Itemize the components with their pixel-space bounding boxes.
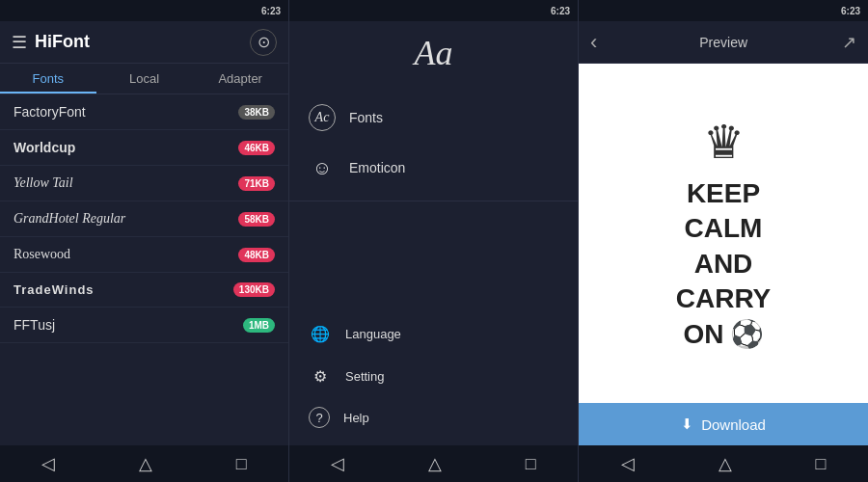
menu-item-fonts[interactable]: Ac Fonts [289,93,578,143]
menu-item-language[interactable]: 🌐 Language [289,312,578,355]
status-bar-2: 6:23 [289,0,578,21]
bottom-menu-section: 🌐 Language ⚙ Setting ? Help [289,305,578,445]
preview-line-2: And [676,247,772,281]
header-1: ☰ HiFont ⊙ [0,21,288,64]
tab-bar-1: Fonts Local Adapter [0,64,288,94]
app-title-1: HiFont [35,32,250,52]
font-item-4[interactable]: Rosewood 48KB [0,237,288,273]
status-time-3: 6:23 [841,6,860,16]
font-name-5: TradeWinds [14,282,233,297]
font-name-1: Worldcup [14,140,238,155]
font-item-2[interactable]: Yellow Tail 71KB [0,166,288,201]
logo-text: Aa [415,33,453,73]
home-button-2[interactable]: △ [428,453,442,474]
panel-sidebar: 6:23 Aa Ac Fonts ☺ Emoticon 🌐 Language ⚙… [289,0,579,482]
preview-title: Preview [605,35,842,50]
font-badge-6: 1MB [243,318,275,333]
menu-item-emoticon[interactable]: ☺ Emoticon [289,143,578,193]
nav-bar-2: ◁ △ □ [289,445,578,482]
font-item-0[interactable]: FactoryFont 38KB [0,94,288,130]
soccer-ball-icon: ⚽ [730,317,764,352]
font-name-4: Rosewood [14,247,238,262]
download-button[interactable]: ⬇ Download [579,403,868,445]
font-name-2: Yellow Tail [14,175,238,191]
status-bar-3: 6:23 [579,0,868,21]
download-icon: ⬇ [681,415,693,433]
recents-button-3[interactable]: □ [816,454,827,474]
tab-fonts[interactable]: Fonts [0,64,96,94]
menu-label-help: Help [343,411,369,425]
hamburger-icon[interactable]: ☰ [12,32,27,53]
font-list: FactoryFont 38KB Worldcup 46KB Yellow Ta… [0,94,288,445]
fonts-menu-icon: Ac [309,104,336,131]
menu-label-emoticon: Emoticon [349,160,405,175]
language-icon: 🌐 [309,322,332,345]
main-menu-section: Ac Fonts ☺ Emoticon [289,85,578,201]
back-button-2[interactable]: ◁ [331,453,344,474]
crown-icon: ♛ [703,115,745,169]
share-icon[interactable]: ↗ [842,32,856,53]
tab-local[interactable]: Local [96,64,193,94]
menu-label-setting: Setting [345,369,384,384]
preview-line-4: On ⚽ [676,317,772,352]
preview-line-3: Carry [676,281,772,316]
font-name-3: GrandHotel Regular [14,211,238,227]
preview-line-1: Calm [676,211,772,246]
status-time-2: 6:23 [551,6,570,16]
font-item-6[interactable]: FFTusj 1MB [0,308,288,343]
recents-button-1[interactable]: □ [236,454,247,474]
nav-bar-3: ◁ △ □ [579,445,868,482]
back-button-3[interactable]: ◁ [621,453,635,474]
font-badge-0: 38KB [238,105,275,120]
search-icon[interactable]: ⊙ [250,29,277,56]
font-item-3[interactable]: GrandHotel Regular 58KB [0,201,288,237]
logo-area: Aa [289,21,578,85]
download-label: Download [701,416,766,433]
back-button-1[interactable]: ◁ [41,453,55,474]
tab-adapter[interactable]: Adapter [192,64,288,94]
font-badge-5: 130KB [233,282,275,297]
back-icon-3[interactable]: ‹ [590,30,597,55]
help-icon: ? [309,407,330,428]
preview-area: ♛ Keep Calm And Carry On ⚽ [579,64,868,403]
panel-preview: 6:23 ‹ Preview ↗ ♛ Keep Calm And Carry O… [579,0,868,482]
font-name-6: FFTusj [14,317,243,333]
preview-text: Keep Calm And Carry On ⚽ [676,176,772,352]
menu-label-language: Language [345,327,401,341]
font-badge-4: 48KB [238,248,275,262]
status-time-1: 6:23 [261,6,281,16]
font-badge-3: 58KB [238,212,275,227]
font-name-0: FactoryFont [14,104,238,120]
font-badge-1: 46KB [238,141,275,155]
font-badge-2: 71KB [238,176,275,191]
recents-button-2[interactable]: □ [526,454,536,474]
nav-bar-1: ◁ △ □ [0,445,288,482]
font-item-5[interactable]: TradeWinds 130KB [0,273,288,308]
emoticon-menu-icon: ☺ [309,154,336,181]
menu-item-setting[interactable]: ⚙ Setting [289,355,578,397]
header-3: ‹ Preview ↗ [579,21,868,64]
font-item-1[interactable]: Worldcup 46KB [0,130,288,166]
panel-font-list: 6:23 ☰ HiFont ⊙ Fonts Local Adapter Fact… [0,0,289,482]
status-bar-1: 6:23 [0,0,288,21]
home-button-1[interactable]: △ [139,453,152,474]
home-button-3[interactable]: △ [719,453,732,474]
preview-line-0: Keep [676,176,772,211]
menu-item-help[interactable]: ? Help [289,397,578,438]
setting-icon: ⚙ [309,364,332,388]
menu-label-fonts: Fonts [349,110,383,125]
